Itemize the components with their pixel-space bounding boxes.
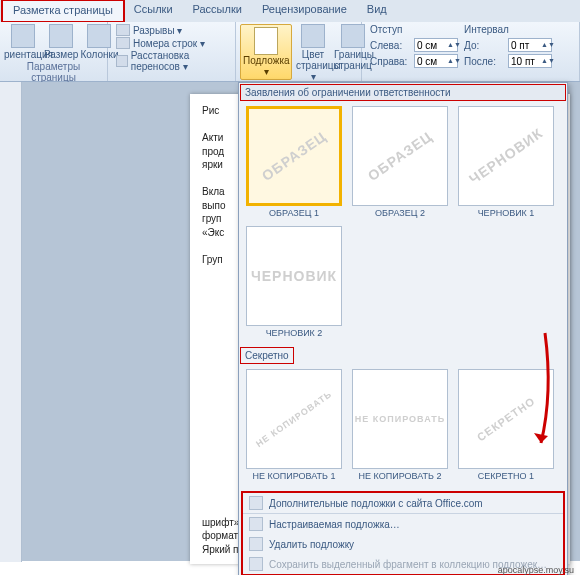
tab-references[interactable]: Ссылки xyxy=(124,0,183,22)
remove-watermark[interactable]: Удалить подложку xyxy=(243,534,563,554)
remove-icon xyxy=(249,537,263,551)
gallery-footer: Дополнительные подложки с сайта Office.c… xyxy=(241,491,565,575)
more-watermarks-office[interactable]: Дополнительные подложки с сайта Office.c… xyxy=(243,493,563,513)
thumb-sample-2[interactable]: ОБРАЗЕЦОБРАЗЕЦ 2 xyxy=(349,106,451,222)
status-url: apocalypse.moy.su xyxy=(498,565,574,575)
hyphenation-button[interactable]: Расстановка переносов ▾ xyxy=(116,50,227,72)
breaks-button[interactable]: Разрывы ▾ xyxy=(116,24,227,36)
custom-watermark[interactable]: Настраиваемая подложка… xyxy=(243,514,563,534)
spinner-icon: ▲▼ xyxy=(541,58,549,64)
thumb-draft-2[interactable]: ЧЕРНОВИКЧЕРНОВИК 2 xyxy=(243,226,345,342)
ribbon: риентация Размер Колонки Параметры стран… xyxy=(0,22,580,82)
spacing-after-input[interactable]: 10 пт▲▼ xyxy=(508,54,552,68)
orientation-button[interactable]: риентация xyxy=(4,24,42,60)
group-page-setup: риентация Размер Колонки Параметры стран… xyxy=(0,22,108,81)
indent-label: Отступ xyxy=(370,24,458,36)
spacing-before-input[interactable]: 0 пт▲▼ xyxy=(508,38,552,52)
spinner-icon: ▲▼ xyxy=(447,42,455,48)
gallery-section-confidential: Секретно xyxy=(240,347,294,364)
tab-page-layout[interactable]: Разметка страницы xyxy=(2,0,124,22)
hyphenation-icon xyxy=(116,55,128,67)
watermark-icon xyxy=(254,27,278,55)
tab-mailings[interactable]: Рассылки xyxy=(183,0,252,22)
line-numbers-button[interactable]: Номера строк ▾ xyxy=(116,37,227,49)
thumb-no-copy-2[interactable]: НЕ КОПИРОВАТЬНЕ КОПИРОВАТЬ 2 xyxy=(349,369,451,485)
tab-review[interactable]: Рецензирование xyxy=(252,0,357,22)
indent-left-input[interactable]: 0 см▲▼ xyxy=(414,38,458,52)
thumb-no-copy-1[interactable]: НЕ КОПИРОВАТЬНЕ КОПИРОВАТЬ 1 xyxy=(243,369,345,485)
spinner-icon: ▲▼ xyxy=(447,58,455,64)
watermark-button[interactable]: Подложка ▾ xyxy=(240,24,292,80)
page-color-icon xyxy=(301,24,325,48)
office-icon xyxy=(249,496,263,510)
vertical-ruler xyxy=(0,82,22,562)
gallery-section-disclaimer: Заявления об ограничении ответственности xyxy=(240,84,566,101)
size-button[interactable]: Размер xyxy=(44,24,78,60)
page-color-button[interactable]: Цвет страницы ▾ xyxy=(296,24,330,82)
thumb-secret-1[interactable]: СЕКРЕТНОСЕКРЕТНО 1 xyxy=(455,369,557,485)
gallery-grid-2: НЕ КОПИРОВАТЬНЕ КОПИРОВАТЬ 1 НЕ КОПИРОВА… xyxy=(239,365,567,489)
orientation-icon xyxy=(11,24,35,48)
watermark-gallery: Заявления об ограничении ответственности… xyxy=(238,82,568,575)
group-page-background: Подложка ▾ Цвет страницы ▾ Границы стран… xyxy=(236,22,362,81)
group-page-setup-ext: Разрывы ▾ Номера строк ▾ Расстановка пер… xyxy=(108,22,236,81)
tab-strip: Разметка страницы Ссылки Рассылки Реценз… xyxy=(0,0,580,22)
line-numbers-icon xyxy=(116,37,130,49)
gallery-grid-1: ОБРАЗЕЦОБРАЗЕЦ 1 ОБРАЗЕЦОБРАЗЕЦ 2 ЧЕРНОВ… xyxy=(239,102,567,346)
group-label-page-setup: Параметры страницы xyxy=(4,60,103,84)
group-paragraph: Отступ Слева:0 см▲▼ Справа:0 см▲▼ Интерв… xyxy=(362,22,580,81)
custom-watermark-icon xyxy=(249,517,263,531)
spinner-icon: ▲▼ xyxy=(541,42,549,48)
thumb-sample-1[interactable]: ОБРАЗЕЦОБРАЗЕЦ 1 xyxy=(243,106,345,222)
save-icon xyxy=(249,557,263,571)
indent-right-input[interactable]: 0 см▲▼ xyxy=(414,54,458,68)
spacing-label: Интервал xyxy=(464,24,552,36)
tab-view[interactable]: Вид xyxy=(357,0,397,22)
size-icon xyxy=(49,24,73,48)
breaks-icon xyxy=(116,24,130,36)
thumb-draft-1[interactable]: ЧЕРНОВИКЧЕРНОВИК 1 xyxy=(455,106,557,222)
